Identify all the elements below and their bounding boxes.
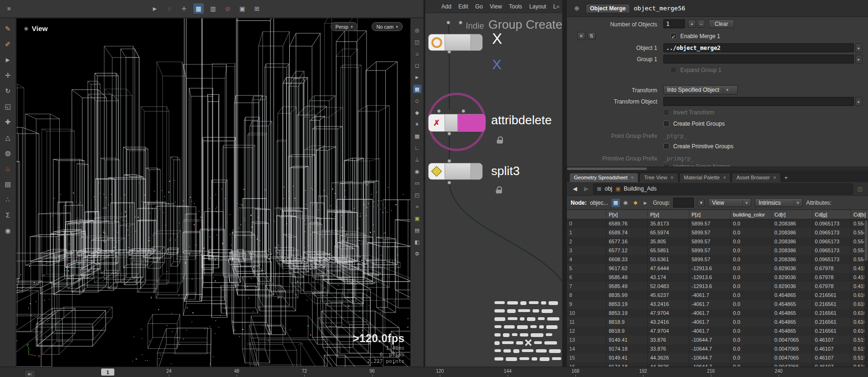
camera-icon[interactable]: ◉ (413, 167, 422, 176)
table-row[interactable]: 98853.1943.2416-4061.70.00.4548650.21656… (567, 300, 868, 309)
pane-split-icon[interactable] (856, 184, 864, 193)
jump-end-icon[interactable]: ▶| (24, 370, 35, 377)
terrain-tool-icon[interactable]: △ (2, 132, 14, 143)
wireframe-icon[interactable]: ◇ (413, 96, 422, 105)
handles-icon[interactable]: ✛ (179, 3, 189, 14)
volume-tool-icon[interactable]: ◍ (2, 147, 14, 159)
transform-object-input[interactable] (663, 97, 854, 106)
gnomon-icon[interactable]: ⊥ (413, 155, 422, 164)
playbar[interactable]: |◀◀◀◀▶▶▶▶| 1 24487296120144168192216240 (0, 367, 868, 377)
select-arrow-icon[interactable]: ► (150, 3, 160, 14)
table-row[interactable]: 128818.947.9704-4061.70.00.4548650.21656… (567, 327, 868, 336)
snap-off-icon[interactable]: ⊘ (223, 3, 233, 14)
ruler-icon[interactable]: ∟ (413, 144, 422, 152)
expand-group-checkbox[interactable] (670, 67, 677, 73)
rotate-tool-icon[interactable]: ↻ (2, 85, 14, 96)
snapshot-icon[interactable]: ▣ (413, 214, 422, 223)
pin-icon[interactable]: ◎ (413, 26, 422, 34)
node-split3[interactable] (428, 163, 483, 180)
merge-node-icon[interactable]: ⊕ (572, 3, 582, 14)
selection-mode-icon[interactable]: ► (413, 73, 422, 81)
menu-layout[interactable]: Layout (529, 3, 546, 10)
add-object-button[interactable]: + (688, 20, 696, 28)
pane-tab-tree-view[interactable]: Tree View× (639, 173, 678, 182)
group-chooser-icon[interactable] (855, 55, 862, 64)
node-name-field[interactable]: object_merge56 (634, 5, 685, 12)
main-menu-icon[interactable]: ≡ (4, 3, 14, 14)
close-tab-icon[interactable]: × (670, 175, 673, 180)
hud-icon[interactable]: ◧ (413, 238, 422, 246)
snap-mode-icon[interactable]: ▦ (413, 85, 422, 93)
transform-dropdown[interactable]: Into Specified Object (663, 85, 738, 95)
lighting-icon[interactable]: ☀ (413, 120, 422, 128)
camera-menu[interactable]: No cam (372, 22, 403, 31)
close-tab-icon[interactable]: × (723, 175, 726, 180)
scrollbar-thumb[interactable] (865, 220, 868, 261)
menu-l[interactable]: L (553, 3, 557, 10)
shaded-icon[interactable]: ◆ (413, 108, 422, 117)
scrollbar-thumb[interactable] (567, 168, 647, 170)
column-header-Cdg[interactable]: Cd[g] (812, 210, 851, 219)
invert-transform-checkbox[interactable] (663, 109, 669, 115)
breadcrumb-current[interactable]: Building_Ads (623, 185, 658, 192)
table-row[interactable]: 159149.4144.3626-10644.70.00.00470650.46… (567, 353, 868, 362)
table-row[interactable]: 88835.9945.6237-4061.70.00.4548650.21656… (567, 291, 868, 300)
remove-object-button[interactable]: − (697, 20, 705, 28)
fog-icon[interactable]: ≈ (413, 202, 422, 211)
scale-tool-icon[interactable]: ◱ (2, 101, 14, 112)
shelf-box-add-icon[interactable]: ⊞ (252, 3, 262, 14)
pane-tab-material-palette[interactable]: Material Palette× (679, 173, 731, 182)
table-row[interactable]: 26577.1635.8055899.570.00.2083860.096517… (567, 237, 868, 246)
number-of-objects-input[interactable] (663, 19, 685, 28)
frame-view-icon[interactable]: ◻ (413, 61, 422, 70)
node-connector-dot[interactable] (446, 21, 450, 24)
point-group-prefix-value[interactable]: _ptgrp_ (663, 132, 687, 140)
multiparm-remove-button[interactable] (577, 32, 585, 40)
menu-tools[interactable]: Tools (509, 3, 522, 10)
display-settings-icon[interactable]: ⚙ (413, 249, 422, 258)
detail-mode-icon[interactable]: ► (641, 199, 650, 207)
fire-tool-icon[interactable]: ♨ (2, 163, 14, 174)
column-header-Px[interactable]: P[x] (606, 210, 648, 219)
table-row[interactable]: 118818.943.2416-4061.70.00.4548650.21656… (567, 318, 868, 327)
pane-layout-icon[interactable]: ◫ (413, 38, 422, 46)
column-header-Pz[interactable]: P[z] (689, 210, 731, 219)
network-canvas[interactable]: Indie Group Create X X attribdelete (425, 13, 562, 367)
vertices-mode-icon[interactable]: ◉ (621, 199, 630, 207)
lasso-select-icon[interactable]: ◌ (164, 3, 175, 14)
snap-grid-icon[interactable]: ▦ (193, 3, 204, 14)
node-attribdelete[interactable] (428, 114, 486, 132)
grid-display-icon[interactable]: ▩ (413, 132, 422, 140)
menu-edit[interactable]: Edit (458, 3, 468, 10)
close-tab-icon[interactable]: × (773, 175, 776, 180)
node-connector-dot[interactable] (447, 181, 451, 184)
table-row[interactable]: 59617.6247.6444-12913.60.00.8290360.6797… (567, 264, 868, 273)
snap-points-icon[interactable]: ▥ (208, 3, 218, 14)
view-dropdown[interactable]: View (708, 198, 751, 207)
node-path-value[interactable]: objec... (590, 200, 608, 206)
node-flags[interactable] (470, 163, 482, 179)
group1-input[interactable] (663, 55, 854, 64)
table-row[interactable]: 06589.7635.81735899.570.00.2083860.09651… (567, 219, 868, 228)
table-row[interactable]: 108853.1947.9704-4061.70.00.4548650.2165… (567, 309, 868, 318)
node-connector-dot[interactable] (459, 21, 462, 24)
current-frame-indicator[interactable]: 1 (101, 369, 114, 376)
table-row[interactable]: 16589.7465.59745899.570.00.2083860.09651… (567, 228, 868, 237)
points-mode-icon[interactable]: ▦ (612, 199, 620, 207)
cloth-tool-icon[interactable]: ▤ (2, 178, 14, 190)
select-tool-icon[interactable]: ► (2, 54, 14, 65)
camera-tool-icon[interactable]: ◉ (2, 225, 14, 236)
node-flags[interactable] (457, 114, 485, 131)
path-field[interactable]: obj Building_Ads (593, 184, 853, 194)
close-tab-icon[interactable]: × (631, 175, 634, 180)
menu-overflow-icon[interactable] (557, 3, 560, 10)
create-point-groups-checkbox[interactable] (663, 120, 669, 127)
object1-input[interactable] (663, 43, 854, 52)
table-row[interactable]: 46608.3350.63615899.570.00.2083860.09651… (567, 255, 868, 264)
node-connector-dot[interactable] (447, 159, 451, 163)
node-flags[interactable] (470, 34, 482, 50)
shelf-box-icon[interactable]: ▣ (237, 3, 247, 14)
horizontal-scrollbar[interactable] (567, 167, 868, 170)
multiparm-reorder-button[interactable] (588, 32, 596, 40)
network-editor[interactable]: AddEditGoViewToolsLayoutL Indie Group Cr… (423, 0, 562, 367)
